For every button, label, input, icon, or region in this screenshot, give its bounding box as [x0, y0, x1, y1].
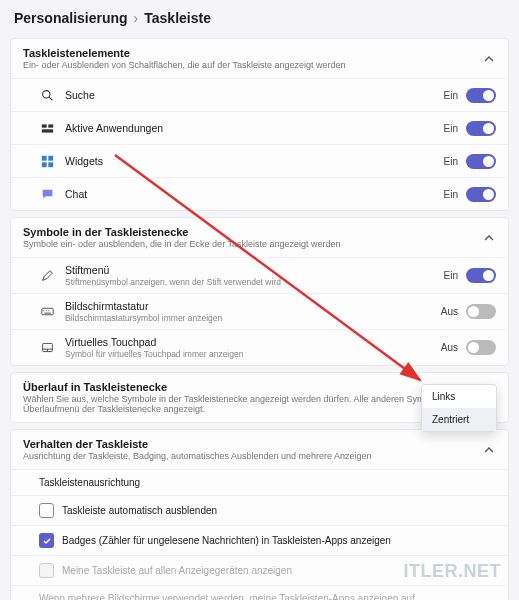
- row-multi-display: Wenn mehrere Bildschirme verwendet werde…: [11, 585, 508, 600]
- toggle-pen[interactable]: [466, 268, 496, 283]
- search-icon: [39, 87, 55, 103]
- breadcrumb-parent[interactable]: Personalisierung: [14, 10, 128, 26]
- section-desc: Symbole ein- oder ausblenden, die in der…: [23, 239, 341, 249]
- checkbox-badges[interactable]: [39, 533, 54, 548]
- row-label: Widgets: [65, 155, 444, 167]
- toggle-state: Ein: [444, 189, 458, 200]
- svg-line-1: [49, 97, 52, 100]
- touchpad-icon: [39, 340, 55, 356]
- setting-label: Badges (Zähler für ungelesene Nachrichte…: [62, 535, 391, 546]
- row-label: Stiftmenü Stiftmenüsymbol anzeigen, wenn…: [65, 264, 444, 287]
- row-label: Bildschirmtastatur Bildschirmtastatursym…: [65, 300, 441, 323]
- toggle-state: Ein: [444, 270, 458, 281]
- section-title: Überlauf in Taskleistenecke: [23, 381, 486, 393]
- svg-rect-8: [48, 162, 53, 167]
- toggle-state: Aus: [441, 342, 458, 353]
- setting-label: Meine Taskleiste auf allen Anzeigegeräte…: [62, 565, 292, 576]
- toggle-chat[interactable]: [466, 187, 496, 202]
- svg-rect-9: [41, 308, 52, 315]
- section-header[interactable]: Taskleistenelemente Ein- oder Ausblenden…: [11, 39, 508, 78]
- row-autohide[interactable]: Taskleiste automatisch ausblenden: [11, 495, 508, 525]
- row-taskview: Aktive Anwendungen Ein: [11, 111, 508, 144]
- watermark: ITLER.NET: [404, 561, 502, 582]
- toggle-keyboard[interactable]: [466, 304, 496, 319]
- section-desc: Ein- oder Ausblenden von Schaltflächen, …: [23, 60, 346, 70]
- row-label: Virtuelles Touchpad Symbol für virtuelle…: [65, 336, 441, 359]
- taskview-icon: [39, 120, 55, 136]
- widgets-icon: [39, 153, 55, 169]
- alignment-dropdown[interactable]: Links Zentriert: [421, 384, 497, 432]
- row-label: Aktive Anwendungen: [65, 122, 444, 134]
- svg-rect-7: [41, 162, 46, 167]
- row-label: Suche: [65, 89, 444, 101]
- row-alignment: Taskleistenausrichtung: [11, 469, 508, 495]
- section-title: Verhalten der Taskleiste: [23, 438, 372, 450]
- pen-icon: [39, 268, 55, 284]
- chevron-up-icon: [482, 231, 496, 245]
- option-links[interactable]: Links: [422, 385, 496, 408]
- toggle-widgets[interactable]: [466, 154, 496, 169]
- toggle-state: Ein: [444, 90, 458, 101]
- alignment-label: Taskleistenausrichtung: [39, 477, 140, 488]
- chevron-up-icon: [482, 52, 496, 66]
- svg-point-0: [42, 90, 49, 97]
- breadcrumb-separator: ›: [134, 10, 139, 26]
- breadcrumb-current: Taskleiste: [144, 10, 211, 26]
- section-taskbar-items: Taskleistenelemente Ein- oder Ausblenden…: [10, 38, 509, 211]
- svg-rect-6: [48, 155, 53, 160]
- toggle-search[interactable]: [466, 88, 496, 103]
- svg-rect-5: [41, 155, 46, 160]
- checkbox-all-displays: [39, 563, 54, 578]
- checkbox-autohide[interactable]: [39, 503, 54, 518]
- toggle-state: Ein: [444, 123, 458, 134]
- section-desc: Wählen Sie aus, welche Symbole in der Ta…: [23, 394, 486, 414]
- svg-rect-4: [41, 129, 52, 132]
- row-label: Chat: [65, 188, 444, 200]
- section-header[interactable]: Symbole in der Taskleistenecke Symbole e…: [11, 218, 508, 257]
- row-touchpad: Virtuelles Touchpad Symbol für virtuelle…: [11, 329, 508, 365]
- row-keyboard: Bildschirmtastatur Bildschirmtastatursym…: [11, 293, 508, 329]
- row-badges[interactable]: Badges (Zähler für ungelesene Nachrichte…: [11, 525, 508, 555]
- toggle-state: Ein: [444, 156, 458, 167]
- row-widgets: Widgets Ein: [11, 144, 508, 177]
- section-desc: Ausrichtung der Taskleiste, Badging, aut…: [23, 451, 372, 461]
- toggle-touchpad[interactable]: [466, 340, 496, 355]
- breadcrumb: Personalisierung › Taskleiste: [0, 0, 519, 32]
- section-corner-icons: Symbole in der Taskleistenecke Symbole e…: [10, 217, 509, 366]
- svg-rect-3: [48, 124, 53, 127]
- setting-label: Taskleiste automatisch ausblenden: [62, 505, 217, 516]
- row-search: Suche Ein: [11, 78, 508, 111]
- chat-icon: [39, 186, 55, 202]
- section-title: Taskleistenelemente: [23, 47, 346, 59]
- keyboard-icon: [39, 304, 55, 320]
- option-zentriert[interactable]: Zentriert: [422, 408, 496, 431]
- svg-rect-2: [41, 124, 46, 127]
- chevron-up-icon: [482, 443, 496, 457]
- section-title: Symbole in der Taskleistenecke: [23, 226, 341, 238]
- toggle-state: Aus: [441, 306, 458, 317]
- row-chat: Chat Ein: [11, 177, 508, 210]
- setting-label: Wenn mehrere Bildschirme verwendet werde…: [39, 593, 415, 600]
- row-pen: Stiftmenü Stiftmenüsymbol anzeigen, wenn…: [11, 257, 508, 293]
- section-header[interactable]: Verhalten der Taskleiste Ausrichtung der…: [11, 430, 508, 469]
- toggle-taskview[interactable]: [466, 121, 496, 136]
